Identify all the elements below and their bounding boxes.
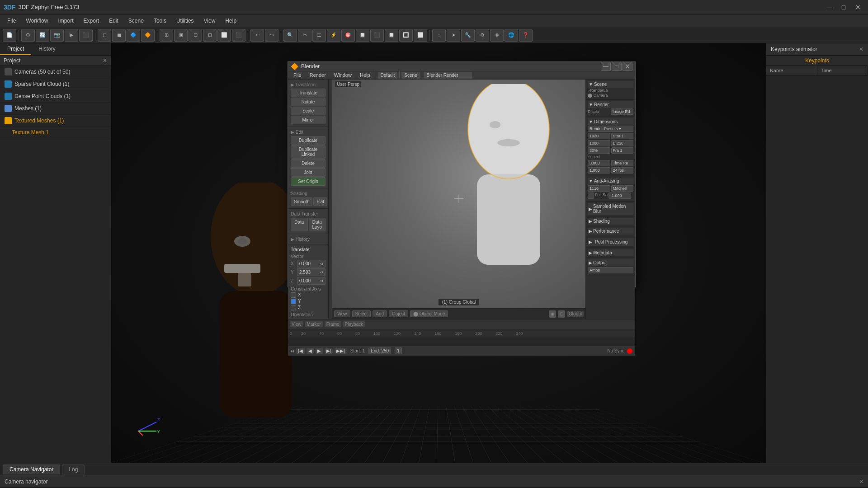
b-metadata-header[interactable]: ▶ Metadata (588, 249, 633, 256)
b-btn-join[interactable]: Join (291, 168, 326, 177)
b-fps-val[interactable]: 24 fps (611, 167, 634, 174)
toolbar-btn-31[interactable]: ⚙ (476, 29, 489, 42)
b-res-x[interactable]: 1920 (588, 133, 610, 139)
toolbar-btn-17[interactable]: ↪ (265, 29, 278, 42)
b-btn-mirror[interactable]: Mirror (291, 116, 326, 124)
b-z-input[interactable]: 0.000 ‹› (297, 277, 326, 285)
toolbar-btn-6[interactable]: ◻ (98, 29, 111, 42)
toolbar-btn-9[interactable]: 🔶 (141, 29, 155, 42)
b-btn-dup-linked[interactable]: Duplicate Linked (291, 145, 326, 159)
b-btn-data-layo[interactable]: Data Layo (309, 218, 326, 231)
b-tl-record-btn[interactable] (627, 348, 632, 354)
toolbar-btn-24[interactable]: ⬛ (370, 29, 384, 42)
toolbar-btn-26[interactable]: 🔳 (399, 29, 413, 42)
b-btn-smooth[interactable]: Smooth (291, 197, 312, 206)
toolbar-btn-4[interactable]: ▶ (65, 29, 78, 42)
b-solid-mode-icon[interactable]: ◉ (549, 310, 556, 318)
b-tl-jump-end[interactable]: ▶▶| (335, 348, 347, 354)
b-check-y[interactable] (291, 299, 296, 304)
b-full-sa-check[interactable] (588, 192, 594, 199)
toolbar-new[interactable]: 📄 (3, 29, 16, 42)
toolbar-btn-33[interactable]: 🌐 (505, 29, 518, 42)
b-x-input[interactable]: 0.000 ‹› (297, 260, 326, 267)
b-btn-flat[interactable]: Flat (313, 197, 327, 206)
b-frame-end-r[interactable]: E.250 (611, 140, 634, 146)
b-tl-view-btn[interactable]: View (290, 321, 303, 327)
b-select-btn[interactable]: Select (352, 310, 371, 317)
b-aa-samples[interactable]: 1116 (588, 185, 610, 192)
toolbar-btn-27[interactable]: ⬜ (414, 29, 427, 42)
b-frame-r[interactable]: Star 1 (611, 133, 634, 139)
toolbar-btn-16[interactable]: ↩ (250, 29, 264, 42)
toolbar-btn-22[interactable]: 🎯 (341, 29, 355, 42)
b-y-input[interactable]: 2.593 ‹› (297, 268, 326, 276)
toolbar-btn-3[interactable]: 📷 (50, 29, 64, 42)
b-tl-playback-btn[interactable]: Playback (343, 321, 365, 327)
b-menu-file[interactable]: File (290, 71, 305, 79)
b-add-btn[interactable]: Add (373, 310, 387, 317)
right-panel-close[interactable]: ✕ (859, 46, 863, 52)
toolbar-btn-32[interactable]: 👁 (490, 29, 504, 42)
b-mode-btn[interactable]: ⬤ Object Mode (410, 310, 448, 317)
b-btn-scale[interactable]: Scale (291, 107, 326, 115)
b-btn-data[interactable]: Data (291, 218, 308, 231)
toolbar-btn-19[interactable]: ✂ (298, 29, 311, 42)
toolbar-btn-12[interactable]: ⊟ (189, 29, 202, 42)
menu-edit[interactable]: Edit (104, 17, 123, 25)
toolbar-btn-14[interactable]: ⬜ (217, 29, 231, 42)
b-btn-duplicate[interactable]: Duplicate (291, 136, 326, 145)
toolbar-btn-25[interactable]: 🔲 (385, 29, 398, 42)
blender-timeline-track[interactable] (288, 338, 635, 346)
menu-import[interactable]: Import (53, 17, 78, 25)
b-tl-next-frame[interactable]: ▶| (325, 348, 333, 354)
b-global-btn[interactable]: Global (567, 311, 584, 317)
b-tl-jump-start[interactable]: |◀ (296, 348, 305, 354)
b-dimensions-header[interactable]: ▼ Dimensions (588, 118, 633, 125)
b-aspect-x[interactable]: 3.000 (588, 160, 610, 166)
blender-maximize[interactable]: □ (612, 62, 622, 71)
b-output-path-val[interactable]: Amps (588, 267, 633, 273)
blender-close[interactable]: ✕ (623, 62, 632, 71)
tab-log[interactable]: Log (62, 465, 85, 474)
close-button[interactable]: ✕ (852, 1, 864, 14)
b-full-sa-val[interactable]: -1.000 (609, 192, 631, 199)
toolbar-btn-18[interactable]: 🔍 (283, 29, 297, 42)
sidebar-close[interactable]: ✕ (103, 57, 107, 64)
toolbar-btn-2[interactable]: 🔄 (36, 29, 49, 42)
b-fra[interactable]: Fra 1 (611, 147, 634, 154)
b-btn-rotate[interactable]: Rotate (291, 98, 326, 106)
b-render-header[interactable]: ▼ Render (588, 101, 633, 108)
sidebar-item-sparse[interactable]: Sparse Point Cloud (1) (0, 78, 111, 90)
blender-scrollbar[interactable] (329, 80, 332, 319)
b-aa-header[interactable]: ▼ Anti-Aliasing (588, 178, 633, 184)
b-check-z[interactable] (291, 305, 296, 310)
b-output-header[interactable]: ▶ Output (588, 259, 633, 266)
b-tl-marker-btn[interactable]: Marker (305, 321, 323, 327)
b-menu-window[interactable]: Window (330, 71, 355, 79)
b-tl-play[interactable]: ▶ (316, 348, 323, 354)
sidebar-item-cameras[interactable]: Cameras (50 out of 50) (0, 66, 111, 78)
b-check-x[interactable] (291, 292, 296, 298)
toolbar-btn-5[interactable]: ⬛ (79, 29, 93, 42)
menu-workflow[interactable]: Workflow (21, 17, 52, 25)
toolbar-btn-15[interactable]: ⬛ (232, 29, 245, 42)
menu-tools[interactable]: Tools (149, 17, 171, 25)
b-tl-end-val[interactable]: End: 250 (368, 347, 391, 354)
b-tl-current-frame[interactable]: 1 (395, 347, 402, 354)
sidebar-item-meshes[interactable]: Meshes (1) (0, 103, 111, 115)
toolbar-btn-1[interactable]: ⚙ (21, 29, 35, 42)
b-shading-header[interactable]: ▶ Shading (588, 218, 633, 225)
menu-utilities[interactable]: Utilities (172, 17, 198, 25)
b-btn-translate[interactable]: Translate (291, 89, 326, 97)
b-menu-render[interactable]: Render (306, 71, 330, 79)
b-wireframe-icon[interactable]: ⬡ (558, 310, 565, 318)
b-time-re[interactable]: Time Re (611, 160, 634, 166)
toolbar-btn-34[interactable]: ❓ (519, 29, 533, 42)
menu-help[interactable]: Help (221, 17, 241, 25)
camera-nav-close[interactable]: ✕ (859, 479, 863, 485)
b-render-presets[interactable]: Render Presets ▾ (588, 126, 633, 132)
toolbar-btn-23[interactable]: 🔲 (356, 29, 369, 42)
b-scene-header[interactable]: ▼ Scene (588, 81, 633, 88)
b-performance-header[interactable]: ▶ Performance (588, 228, 633, 235)
toolbar-btn-21[interactable]: ⚡ (327, 29, 340, 42)
